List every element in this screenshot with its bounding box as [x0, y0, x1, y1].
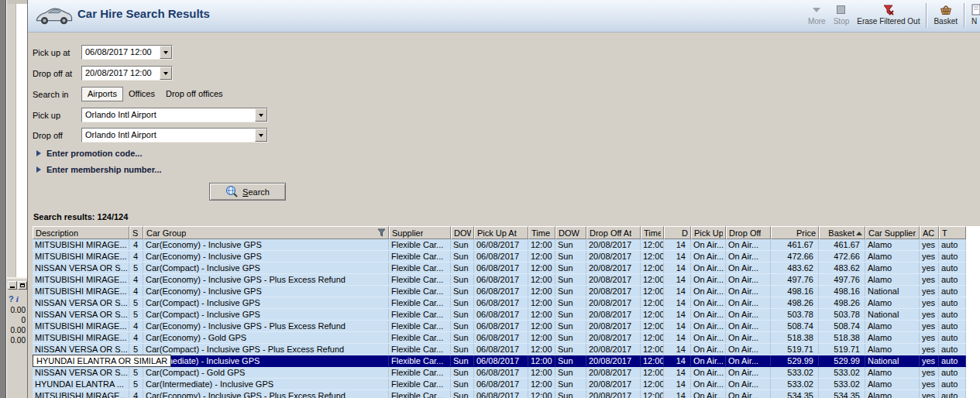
pickup-dropdown-button[interactable] — [255, 108, 267, 122]
column-header-dropoff-time[interactable]: Time — [641, 226, 664, 239]
cell-car-supplier: Alamo — [865, 379, 920, 389]
cell-supplier: Flexible Car... — [389, 286, 451, 297]
result-row[interactable]: MITSUBISHI MIRAGE... 4 Car(Economy) - In… — [33, 286, 966, 297]
membership-number-expander[interactable]: Enter membership number... — [36, 165, 162, 174]
result-row[interactable]: NISSAN VERSA OR S... 5 Car(Compact) - In… — [33, 344, 966, 355]
cell-description: NISSAN VERSA OR S... — [33, 262, 129, 273]
table-header: Description S Car Group Supplier DOW Pic… — [33, 226, 966, 239]
new-search-button[interactable]: N — [968, 1, 980, 26]
column-header-dropoff-location[interactable]: Drop Off — [726, 226, 771, 239]
result-row[interactable]: MITSUBISHI MIRAGE... 4 Car(Economy) - In… — [33, 274, 966, 286]
result-row[interactable]: NISSAN VERSA OR S... 5 Car(Compact) - In… — [33, 309, 966, 321]
column-header-dow-dropoff[interactable]: DOW — [555, 226, 586, 239]
pickup-at-dropdown-button[interactable] — [160, 46, 172, 59]
cell-dropoff-time: 12:00 — [641, 379, 664, 389]
cell-dow-dropoff: Sun — [555, 321, 586, 331]
cell-dropoff-time: 12:00 — [641, 262, 664, 273]
dropoff-dropdown-button[interactable] — [255, 129, 267, 142]
cell-price: 461.67 — [771, 239, 819, 250]
cell-pickup-date: 06/08/2017 — [474, 251, 528, 262]
column-header-dropoff-at[interactable]: Drop Off At — [586, 226, 641, 239]
info-icon[interactable]: i — [16, 294, 19, 304]
cell-dow-pickup: Sun — [451, 251, 474, 262]
search-in-offices[interactable]: Offices — [123, 87, 160, 101]
more-icon — [813, 3, 820, 16]
column-header-pickup-location[interactable]: Pick Up — [691, 226, 726, 239]
basket-button[interactable]: Basket — [930, 1, 961, 26]
column-header-dow-pickup[interactable]: DOW — [451, 226, 474, 239]
more-button[interactable]: More — [804, 1, 830, 26]
result-row[interactable]: HYUNDAI ELANTRA ... 5 Car(Intermediate) … — [33, 379, 966, 390]
dropoff-combo[interactable]: Orlando Intl Airport — [81, 128, 268, 142]
expander-arrow-icon — [36, 166, 41, 173]
search-results-summary: Search results: 124/124 — [33, 212, 128, 221]
pickup-at-combo[interactable]: 06/08/2017 12:00 — [81, 45, 173, 60]
toolbar: More Stop Erase Filtered Out — [804, 1, 980, 33]
cell-pickup-date: 06/08/2017 — [474, 355, 528, 366]
result-row[interactable]: MITSUBISHI MIRAGE... 4 Car(Economy) - In… — [33, 321, 966, 332]
cell-pickup-location: On Air... — [691, 309, 726, 320]
erase-filtered-out-button[interactable]: Erase Filtered Out — [853, 1, 923, 26]
cell-days: 14 — [664, 390, 691, 398]
toolbar-separator — [964, 3, 965, 28]
column-header-description[interactable]: Description — [33, 226, 129, 239]
cell-ac: yes — [920, 251, 939, 262]
promotion-code-expander[interactable]: Enter promotion code... — [36, 149, 142, 158]
result-row[interactable]: MITSUBISHI MIRAGE... 4 Car(Economy) - In… — [33, 251, 966, 262]
column-header-supplier[interactable]: Supplier — [389, 226, 451, 239]
column-header-price[interactable]: Price — [771, 226, 819, 239]
cell-pickup-time: 12:00 — [528, 344, 555, 355]
cell-car-supplier: Alamo — [865, 274, 920, 285]
help-icon[interactable]: ? — [9, 294, 14, 304]
cell-basket: 497.76 — [819, 274, 865, 285]
restore-button[interactable] — [18, 281, 27, 290]
cell-seats: 4 — [129, 274, 143, 285]
search-in-airports[interactable]: Airports — [81, 87, 123, 101]
column-header-car-supplier[interactable]: Car Supplier — [865, 226, 920, 239]
cell-dropoff-time: 12:00 — [641, 321, 664, 331]
result-row[interactable]: NISSAN VERSA OR S... 5 Car(Compact) - In… — [33, 297, 966, 309]
membership-number-label: Enter membership number... — [46, 165, 162, 174]
minimize-button[interactable] — [8, 281, 17, 290]
column-header-pickup-time[interactable]: Time — [528, 226, 555, 239]
cell-pickup-time: 12:00 — [528, 251, 555, 262]
column-header-basket[interactable]: Basket — [819, 226, 865, 239]
result-row[interactable]: MITSUBISHI MIRAGE... 4 Car(Economy) - Go… — [33, 332, 966, 344]
cell-supplier: Flexible Car... — [389, 344, 451, 355]
stop-button[interactable]: Stop — [830, 1, 854, 26]
result-row[interactable]: NISSAN VERSA OR S... 5 Car(Compact) - In… — [33, 262, 966, 274]
cell-dow-dropoff: Sun — [555, 262, 586, 273]
search-button[interactable]: Search — [209, 183, 286, 201]
result-row[interactable]: MITSUBISHI MIRAGE... 4 Car(Economy) - In… — [33, 390, 966, 398]
cell-dow-pickup: Sun — [451, 367, 474, 378]
column-header-car-group[interactable]: Car Group — [143, 226, 389, 239]
column-header-ac[interactable]: AC — [920, 226, 939, 239]
cell-car-group: Car(Compact) - Gold GPS — [143, 367, 389, 378]
cell-car-group: Car(Compact) - Inclusive GPS - Plus Exce… — [143, 344, 389, 355]
pickup-combo[interactable]: Orlando Intl Airport — [81, 108, 268, 122]
cell-dropoff-time: 12:00 — [641, 367, 664, 378]
cell-dow-dropoff: Sun — [555, 297, 586, 308]
column-header-pickup-at[interactable]: Pick Up At — [474, 226, 528, 239]
cell-ac: yes — [920, 321, 939, 331]
cell-price: 483.62 — [771, 262, 819, 273]
result-row[interactable]: HYUNDAI ELANTRA OR SIMILAR (Intermediate… — [33, 355, 966, 367]
cell-basket: 529.99 — [819, 355, 865, 366]
filter-funnel-icon[interactable] — [377, 228, 386, 238]
cell-dropoff-location: On Air... — [726, 344, 771, 355]
column-header-days[interactable]: D — [664, 226, 691, 239]
cell-pickup-date: 06/08/2017 — [474, 309, 528, 320]
cell-pickup-date: 06/08/2017 — [474, 332, 528, 343]
cell-price: 498.16 — [771, 286, 819, 297]
column-header-seats[interactable]: S — [129, 226, 143, 239]
dropoff-at-dropdown-button[interactable] — [160, 67, 172, 80]
cell-dropoff-time: 12:00 — [641, 355, 664, 366]
result-row[interactable]: MITSUBISHI MIRAGE... 4 Car(Economy) - In… — [33, 239, 966, 251]
dropoff-at-combo[interactable]: 20/08/2017 12:00 — [81, 66, 173, 81]
cell-ac: yes — [920, 367, 939, 378]
cell-pickup-location: On Air... — [691, 286, 726, 297]
cell-description: MITSUBISHI MIRAGE... — [33, 251, 129, 262]
result-row[interactable]: NISSAN VERSA OR S... 5 Car(Compact) - Go… — [33, 367, 966, 379]
search-in-dropoff-offices[interactable]: Drop off offices — [160, 87, 229, 101]
column-header-transmission[interactable]: T — [939, 226, 966, 239]
